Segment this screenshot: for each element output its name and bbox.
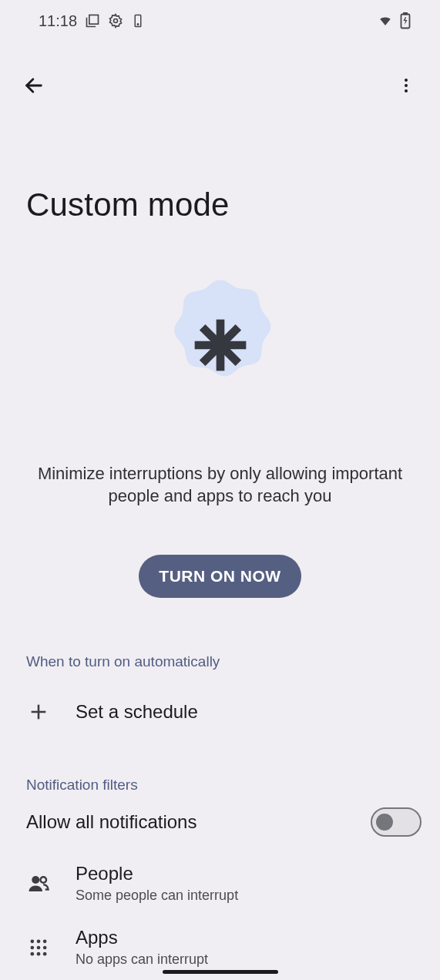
apps-subtitle: No apps can interrupt [76,951,414,968]
svg-point-24 [31,951,35,955]
svg-rect-5 [404,13,407,15]
people-icon [26,872,51,895]
mode-description: Minimize interruptions by only allowing … [0,462,440,507]
apps-title: Apps [76,927,414,948]
svg-point-23 [43,945,47,949]
gear-icon [108,13,123,29]
svg-point-16 [32,876,39,884]
turn-on-now-button[interactable]: TURN ON NOW [139,555,301,598]
people-subtitle: Some people can interrupt [76,888,414,904]
mode-badge [0,274,440,416]
toggle-knob [376,814,393,831]
set-schedule-row[interactable]: Set a schedule [0,683,440,741]
auto-section-header: When to turn on automatically [0,653,440,670]
svg-point-20 [43,939,47,943]
battery-charging-icon [400,12,411,29]
allow-all-toggle[interactable] [371,807,422,837]
svg-point-7 [405,79,408,82]
allow-all-row[interactable]: Allow all notifications [0,794,440,851]
svg-point-8 [405,84,408,87]
asterisk-icon [190,314,251,376]
svg-point-18 [31,939,35,943]
multiwindow-icon [85,13,100,29]
apps-grid-icon [26,937,51,958]
status-time: 11:18 [39,12,77,30]
people-row[interactable]: People Some people can interrupt [0,851,440,916]
svg-point-1 [114,19,118,23]
set-schedule-label: Set a schedule [76,701,414,723]
arrow-left-icon [23,75,45,96]
svg-point-17 [41,877,47,883]
svg-point-26 [43,951,47,955]
more-vert-icon [397,76,415,95]
apps-row[interactable]: Apps No apps can interrupt [0,916,440,968]
svg-point-25 [37,951,41,955]
device-icon [131,13,145,29]
allow-all-label: Allow all notifications [26,811,346,833]
wifi-icon [377,14,394,28]
svg-point-22 [37,945,41,949]
page-title: Custom mode [0,186,440,223]
svg-point-21 [31,945,35,949]
filters-section-header: Notification filters [0,777,440,794]
svg-point-9 [405,89,408,92]
nav-handle[interactable] [163,970,278,974]
svg-point-19 [37,939,41,943]
back-button[interactable] [18,70,49,101]
plus-icon [26,701,51,723]
people-title: People [76,863,414,884]
svg-point-3 [137,24,139,25]
toolbar [0,42,440,102]
status-bar: 11:18 [0,0,440,42]
overflow-menu-button[interactable] [391,70,422,101]
svg-rect-0 [89,15,99,25]
